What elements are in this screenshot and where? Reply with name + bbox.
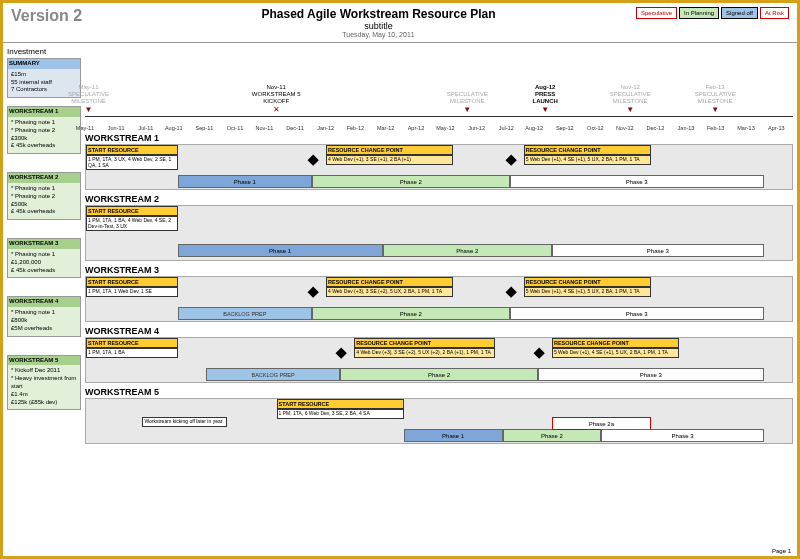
main: Investment SUMMARY £15m 55 internal staf… bbox=[3, 43, 797, 548]
resource-box: RESOURCE CHANGE POINT bbox=[552, 338, 679, 348]
resource-box: 5 Web Dev (+1), 4 SE (+1), 5 UX, 2 BA, 1… bbox=[524, 155, 651, 165]
phase-bar: Phase 2 bbox=[312, 175, 510, 188]
diamond-icon bbox=[336, 348, 347, 359]
resource-box: START RESOURCE bbox=[86, 338, 178, 348]
phase-bar: Phase 3 bbox=[552, 244, 764, 257]
sidebar-ws-2: WORKSTREAM 2* Phasing note 1* Phasing no… bbox=[7, 172, 81, 220]
ws-title: WORKSTREAM 5 bbox=[85, 387, 793, 397]
resource-box: RESOURCE CHANGE POINT bbox=[354, 338, 495, 348]
ws-title: WORKSTREAM 3 bbox=[85, 265, 793, 275]
ws-title: WORKSTREAM 1 bbox=[85, 133, 793, 143]
ws-title: WORKSTREAM 2 bbox=[8, 173, 80, 183]
ws-body: START RESOURCE1 PM, 1TA, 1 BARESOURCE CH… bbox=[85, 337, 793, 383]
legend: Speculative In Planning Signed off At Ri… bbox=[636, 7, 789, 19]
phase-bar: Phase 1 bbox=[404, 429, 503, 442]
milestone: May-11SPECULATIVEMILESTONE▼ bbox=[68, 84, 109, 115]
ws-title: WORKSTREAM 5 bbox=[8, 356, 80, 366]
resource-box: START RESOURCE bbox=[86, 277, 178, 287]
ws-title: WORKSTREAM 4 bbox=[85, 326, 793, 336]
title-block: Phased Agile Workstream Resource Plan su… bbox=[121, 7, 636, 38]
resource-box: RESOURCE CHANGE POINT bbox=[326, 145, 453, 155]
milestone: Nov-11WORKSTREAM 5KICKOFF✕ bbox=[252, 84, 301, 115]
summary-l1: £15m bbox=[11, 71, 77, 79]
diamond-icon bbox=[505, 155, 516, 166]
legend-speculative: Speculative bbox=[636, 7, 677, 19]
timeline-months: May-11Jun-11Jul-11Aug-11Sep-11Oct-11Nov-… bbox=[85, 125, 793, 131]
resource-box: RESOURCE CHANGE POINT bbox=[326, 277, 453, 287]
version-label: Version 2 bbox=[11, 7, 121, 25]
page-title: Phased Agile Workstream Resource Plan bbox=[121, 7, 636, 21]
page-date: Tuesday, May 10, 2011 bbox=[121, 31, 636, 38]
ws-title: WORKSTREAM 2 bbox=[85, 194, 793, 204]
resource-box: Workstream kicking off later in year bbox=[142, 417, 227, 427]
sidebar-ws-4: WORKSTREAM 4* Phasing note 1£800k£5M ove… bbox=[7, 296, 81, 336]
ws-title: WORKSTREAM 4 bbox=[8, 297, 80, 307]
resource-box: START RESOURCE bbox=[277, 399, 404, 409]
resource-box: 1 PM, 1TA, 6 Web Dev, 3 SE, 2 BA, 4 SA bbox=[277, 409, 404, 419]
resource-box: 1 PM, 1TA, 1 BA, 4 Web Dev, 4 SE, 2 Dev-… bbox=[86, 216, 178, 231]
resource-box: 4 Web Dev (+3), 3 SE (+2), 5 UX, 2 BA, 1… bbox=[326, 287, 453, 297]
resource-box: RESOURCE CHANGE POINT bbox=[524, 277, 651, 287]
resource-box: 1 PM, 1TA, 1 BA bbox=[86, 348, 178, 358]
legend-planning: In Planning bbox=[679, 7, 719, 19]
resource-box: 1 PM, 1TA, 3 UX, 4 Web Dev, 2 SE, 1 QA, … bbox=[86, 155, 178, 170]
ws-body: Workstream kicking off later in yearSTAR… bbox=[85, 398, 793, 444]
phase-bar: Phase 2 bbox=[383, 244, 552, 257]
chart-area: May-11Jun-11Jul-11Aug-11Sep-11Oct-11Nov-… bbox=[85, 43, 797, 548]
phase-bar: Phase 3 bbox=[510, 307, 764, 320]
phase-bar: Phase 3 bbox=[510, 175, 764, 188]
milestone: Feb-13SPECULATIVEMILESTONE▼ bbox=[695, 84, 736, 115]
workstream-1: WORKSTREAM 1START RESOURCE1 PM, 1TA, 3 U… bbox=[85, 133, 793, 190]
timeline-axis bbox=[85, 116, 793, 117]
phase-bar: Phase 3 bbox=[538, 368, 764, 381]
phase-bar: BACKLOG PREP bbox=[206, 368, 340, 381]
phase-bar: BACKLOG PREP bbox=[178, 307, 312, 320]
investment-heading: Investment bbox=[7, 47, 81, 56]
summary-title: SUMMARY bbox=[8, 59, 80, 69]
ws-title: WORKSTREAM 3 bbox=[8, 239, 80, 249]
sidebar-ws-3: WORKSTREAM 3* Phasing note 1£1,200,000£ … bbox=[7, 238, 81, 278]
header: Version 2 Phased Agile Workstream Resour… bbox=[3, 3, 797, 43]
workstream-3: WORKSTREAM 3START RESOURCE1 PM, 1TA, 1 W… bbox=[85, 265, 793, 322]
diamond-icon bbox=[307, 287, 318, 298]
resource-box: 5 Web Dev (+1), 4 SE (+1), 5 UX, 2 BA, 1… bbox=[552, 348, 679, 358]
workstream-5: WORKSTREAM 5Workstream kicking off later… bbox=[85, 387, 793, 444]
legend-risk: At Risk bbox=[760, 7, 789, 19]
diamond-icon bbox=[533, 348, 544, 359]
timeline: May-11Jun-11Jul-11Aug-11Sep-11Oct-11Nov-… bbox=[85, 43, 793, 131]
phase-bar: Phase 2 bbox=[312, 307, 510, 320]
workstream-4: WORKSTREAM 4START RESOURCE1 PM, 1TA, 1 B… bbox=[85, 326, 793, 383]
resource-box: RESOURCE CHANGE POINT bbox=[524, 145, 651, 155]
resource-box: 4 Web Dev (+3), 3 SE (+2), 5 UX (+2), 2 … bbox=[354, 348, 495, 358]
sidebar: Investment SUMMARY £15m 55 internal staf… bbox=[3, 43, 85, 548]
phase-bar: Phase 2 bbox=[503, 429, 602, 442]
resource-box: START RESOURCE bbox=[86, 206, 178, 216]
page-subtitle: subtitle bbox=[121, 21, 636, 31]
milestone: Aug-12PRESSLAUNCH▼ bbox=[533, 84, 558, 115]
phase-bar: Phase 3 bbox=[601, 429, 763, 442]
resource-box: 4 Web Dev (+1), 3 SE (+1), 2 BA (+1) bbox=[326, 155, 453, 165]
phase-bar: Phase 1 bbox=[178, 175, 312, 188]
workstream-2: WORKSTREAM 2START RESOURCE1 PM, 1TA, 1 B… bbox=[85, 194, 793, 261]
legend-signed: Signed off bbox=[721, 7, 758, 19]
page-number: Page 1 bbox=[772, 548, 791, 554]
diamond-icon bbox=[307, 155, 318, 166]
milestone: Nov-12SPECULATIVEMILESTONE▼ bbox=[610, 84, 651, 115]
diamond-icon bbox=[505, 287, 516, 298]
milestone: SPECULATIVEMILESTONE▼ bbox=[447, 91, 488, 115]
ws-body: START RESOURCE1 PM, 1TA, 1 BA, 4 Web Dev… bbox=[85, 205, 793, 261]
ws-body: START RESOURCE1 PM, 1TA, 3 UX, 4 Web Dev… bbox=[85, 144, 793, 190]
resource-box: 1 PM, 1TA, 1 Web Dev, 1 SE bbox=[86, 287, 178, 297]
ws-body: START RESOURCE1 PM, 1TA, 1 Web Dev, 1 SE… bbox=[85, 276, 793, 322]
sidebar-ws-5: WORKSTREAM 5* Kickoff Dec 2011* Heavy in… bbox=[7, 355, 81, 411]
phase-bar: Phase 2 bbox=[340, 368, 538, 381]
resource-box: 5 Web Dev (+1), 4 SE (+1), 5 UX, 2 BA, 1… bbox=[524, 287, 651, 297]
phase-bar: Phase 1 bbox=[178, 244, 383, 257]
resource-box: START RESOURCE bbox=[86, 145, 178, 155]
